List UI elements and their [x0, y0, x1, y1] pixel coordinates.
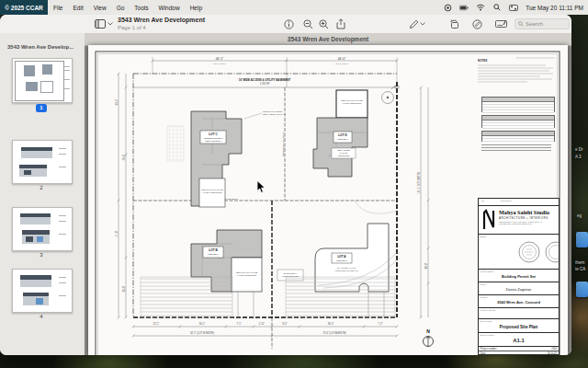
setback-table	[481, 131, 555, 142]
battery-icon[interactable]	[459, 4, 469, 12]
menu-tools[interactable]: Tools	[134, 5, 148, 11]
wifi-icon[interactable]	[476, 4, 485, 12]
dim-label: 7'-1"	[236, 322, 241, 326]
tree-symbol	[382, 86, 400, 104]
menu-bar: File Edit View Go Tools Window Help Tue …	[0, 0, 588, 15]
screen-record-icon[interactable]	[443, 4, 452, 12]
sheet-name-row: Sheet Name Proposed Site Plan	[479, 319, 559, 333]
desktop-icon-label: eg	[577, 213, 582, 218]
status-area: Tue May 20 11:11 PM	[443, 4, 583, 12]
svg-text:N: N	[426, 328, 430, 334]
studio-logo-block: Mahya Salehi Studio ARCHITECTURE + INTER…	[479, 206, 559, 235]
driveway-hatch	[141, 277, 395, 317]
top-dimension-string	[152, 57, 399, 87]
page-thumbnail-1[interactable]	[12, 58, 73, 103]
dim-label: 33'-2"	[115, 99, 119, 106]
dim-label: 40'-5"	[122, 155, 126, 161]
share-icon[interactable]	[334, 17, 347, 30]
search-placeholder: Search	[526, 21, 543, 27]
desktop-icon-label: e Dr	[575, 147, 583, 152]
form-fill-icon[interactable]	[494, 17, 507, 30]
sheet-name: Proposed Site Plan	[479, 325, 559, 329]
architect-stamp	[515, 237, 559, 267]
document-content-area[interactable]: 3543 Wren Ave Development	[85, 33, 571, 355]
north-arrow: N	[424, 328, 434, 347]
meta-row: Date 05.20.25	[479, 351, 559, 355]
menu-file[interactable]: File	[53, 5, 62, 11]
lot-split-label: PROPOSED LOT SPLIT	[282, 132, 285, 156]
screen: e Dr A 3 eg thern te CA File Edit View G…	[0, 0, 588, 368]
dim-label: 41'-8"	[115, 231, 119, 237]
lot-d-building: NEW 2-CAR GARAGE 440 SF FOOTPRINT LOT D …	[313, 90, 368, 177]
page-number: 3	[0, 252, 83, 258]
bottom-dimension-string	[132, 326, 399, 338]
dim-label: 33'-0"	[122, 286, 126, 293]
search-icon	[518, 21, 524, 27]
annotate-icon[interactable]	[470, 17, 483, 30]
chevron-down-icon[interactable]	[419, 17, 426, 30]
field-label: Project	[481, 296, 487, 299]
revision-no-label: No.	[481, 200, 485, 202]
zoom-out-icon[interactable]	[301, 17, 314, 30]
field-label: Client	[481, 283, 486, 286]
meta-label: Date	[481, 352, 485, 355]
app-menus: File Edit View Go Tools Window Help	[53, 5, 202, 11]
control-center-icon[interactable]	[509, 4, 518, 12]
dim-note: LOT D WIDTH	[335, 63, 349, 64]
leader-line	[244, 113, 262, 119]
lot-a-house-note: FOOTPRINT TO REMAIN	[334, 270, 358, 271]
lot-c-garage-note: NEW 2-CAR GARAGE	[201, 189, 223, 190]
desktop-file-icon[interactable]	[576, 232, 588, 247]
preview-window: 3543 Wren Ave Development Page 1 of 4	[0, 15, 571, 355]
sidebar-document-name: 3543 Wren Ave Develop...	[7, 44, 81, 50]
sheet-number-row: Sheet Number A1.1	[479, 333, 559, 347]
dim-label: 62'-1" (LOT B WIDTH)	[190, 331, 214, 335]
title-block: No. Description Mahya Salehi Studio ARCH…	[478, 198, 560, 355]
menu-view[interactable]: View	[94, 5, 107, 11]
dim-label: 7'-2"	[378, 322, 382, 326]
field-label: Sheet Name	[481, 320, 492, 323]
dim-label: 30'-5"	[328, 322, 334, 326]
floating-document-title: 3543 Wren Ave Development	[85, 33, 571, 46]
menu-go[interactable]: Go	[117, 5, 125, 11]
lot-d-garage-note: 440 SF FOOTPRINT	[342, 102, 362, 104]
lot-d-area: 7,203 SQ F	[337, 138, 349, 141]
dim-label: 124'-4" LOT DEPTH	[417, 172, 421, 193]
menu-window[interactable]: Window	[159, 5, 180, 11]
lot-area-table	[481, 115, 555, 128]
rotate-icon[interactable]	[447, 17, 460, 30]
revision-desc-label: Description	[501, 200, 512, 202]
project-status-row: Project Status Building Permit Set	[479, 270, 559, 282]
sidebar-toggle-icon[interactable]	[94, 17, 107, 30]
dim-label: 90'-0"	[424, 263, 428, 270]
lot-b-garage-note: 440 SF FOOTPRINT	[237, 274, 257, 276]
info-icon[interactable]	[282, 17, 295, 30]
notes-title: NOTES	[478, 59, 487, 63]
client-name: Darius Zagrean	[479, 287, 559, 292]
markup-pen-icon[interactable]	[407, 17, 420, 30]
window-toolbar: 3543 Wren Ave Development Page 1 of 4	[0, 15, 571, 34]
chevron-down-icon[interactable]	[107, 17, 114, 30]
desktop-file-icon[interactable]	[576, 282, 588, 297]
left-dimension-string	[118, 73, 128, 319]
project-row: Project 3543 Wren Ave, Concord	[479, 295, 559, 308]
page-thumbnail-2[interactable]	[12, 140, 73, 184]
menu-edit[interactable]: Edit	[73, 5, 83, 11]
zoom-in-icon[interactable]	[317, 17, 330, 30]
watermark-badge: © 2025 CCAR	[0, 0, 48, 15]
desktop-icon-label: te CA	[575, 267, 585, 271]
desktop-icon-label: thern	[575, 260, 584, 265]
spotlight-search-icon[interactable]	[492, 4, 502, 12]
page-indicator: Page 1 of 4	[118, 25, 146, 30]
menu-help[interactable]: Help	[190, 5, 202, 11]
dim-label: 44'-1"	[216, 57, 224, 61]
project-status: Building Permit Set	[479, 274, 559, 279]
menu-bar-clock[interactable]: Tue May 20 11:11 PM	[526, 5, 583, 11]
stamp-block: Stamp	[479, 235, 559, 270]
project-name: 3543 Wren Ave, Concord	[479, 300, 559, 305]
page-thumbnail-4[interactable]	[12, 269, 73, 313]
lot-a-label: LOT A	[337, 255, 346, 259]
search-field[interactable]: Search	[514, 18, 570, 29]
page-thumbnail-3[interactable]	[12, 207, 73, 251]
revision-strip: No. Description	[479, 199, 559, 206]
